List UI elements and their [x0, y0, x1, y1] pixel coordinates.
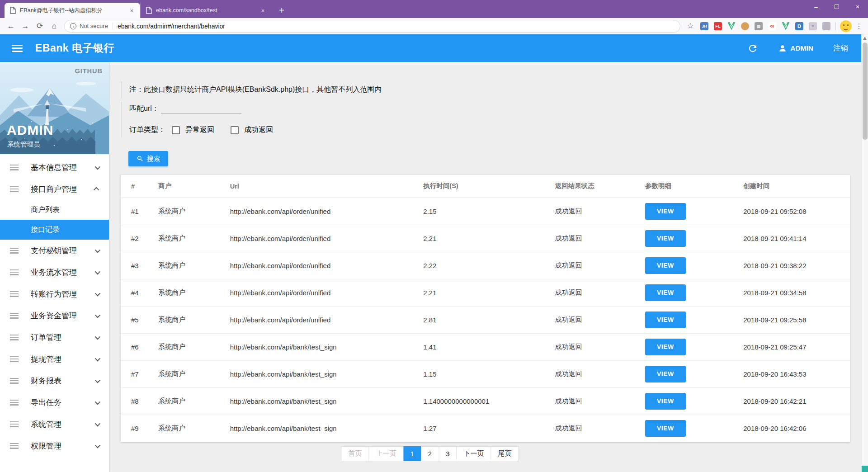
list-icon: [10, 335, 19, 340]
list-icon: [10, 421, 19, 427]
notice-text: 注：此接口数据只统计商户API模块(EBankSdk.php)接口，其他暂不列入…: [121, 81, 382, 98]
list-icon: [10, 400, 19, 406]
sidebar-subitem-merchant-list[interactable]: 商户列表: [0, 200, 109, 220]
sidebar-item-basic-info[interactable]: 基本信息管理: [0, 156, 109, 178]
pagination-last[interactable]: 尾页: [491, 446, 519, 461]
browser-tab-inactive[interactable]: ebank.com/sandbox/test ×: [140, 3, 271, 18]
chrome-menu-icon[interactable]: ⋮: [854, 22, 864, 30]
extension-gray-icon[interactable]: ▦: [753, 21, 764, 32]
extension-vue-icon[interactable]: V: [726, 21, 737, 32]
extension-cookie-icon[interactable]: [740, 21, 750, 32]
page-scrollbar[interactable]: [861, 34, 868, 472]
github-badge[interactable]: GITHUB: [75, 67, 103, 75]
current-user[interactable]: ADMIN: [778, 44, 813, 53]
view-button[interactable]: VIEW: [645, 284, 686, 301]
refresh-icon[interactable]: [747, 43, 758, 54]
profile-avatar[interactable]: [840, 20, 852, 32]
sidebar-item-order-management[interactable]: 订单管理: [0, 326, 109, 348]
person-icon: [778, 44, 787, 53]
reload-icon[interactable]: ⟳: [33, 19, 47, 33]
extension-vue-devtools-icon[interactable]: V: [780, 21, 791, 32]
scrollbar-thumb[interactable]: [863, 42, 868, 140]
logout-button[interactable]: 注销: [833, 43, 848, 53]
extension-infinity-icon[interactable]: ∞: [767, 21, 778, 32]
pagination-next[interactable]: 下一页: [457, 446, 491, 461]
pagination-page-3[interactable]: 3: [439, 446, 457, 461]
url-cell: http://ebank.com/api/order/unified: [228, 306, 422, 333]
created-cell: 2018-09-21 09:52:08: [741, 198, 850, 225]
row-id-cell: #2: [121, 225, 156, 252]
view-button[interactable]: VIEW: [645, 393, 686, 410]
view-button[interactable]: VIEW: [645, 203, 686, 220]
sidebar-item-system-management[interactable]: 系统管理: [0, 413, 109, 435]
exec-time-cell: 2.21: [421, 279, 553, 306]
exec-time-cell: 1.27: [421, 415, 553, 442]
sidebar-item-permission-management[interactable]: 权限管理: [0, 435, 109, 457]
status-cell: 成功返回: [553, 415, 643, 442]
extension-fe-icon[interactable]: FE: [712, 21, 723, 32]
view-button[interactable]: VIEW: [645, 257, 686, 274]
merchant-cell: 系统商户: [156, 198, 228, 225]
url-cell: http://ebank.com/api/order/unified: [228, 198, 422, 225]
browser-tab-active[interactable]: EBank@电子银行--站内虚拟积分 ×: [5, 3, 140, 18]
sidebar-item-withdrawal[interactable]: 提现管理: [0, 348, 109, 370]
back-icon[interactable]: ←: [4, 19, 18, 33]
browser-window: EBank@电子银行--站内虚拟积分 × ebank.com/sandbox/t…: [0, 0, 868, 472]
list-icon: [10, 443, 19, 449]
view-button[interactable]: VIEW: [645, 312, 686, 328]
view-button[interactable]: VIEW: [645, 366, 686, 382]
extension-notes-icon[interactable]: ≡: [807, 21, 818, 32]
search-button[interactable]: 搜索: [128, 151, 168, 166]
address-bar[interactable]: i Not secure ebank.com/admin#/merchant/b…: [64, 20, 680, 33]
info-icon[interactable]: i: [70, 23, 76, 29]
exec-time-cell: 1.15: [421, 360, 553, 387]
row-id-cell: #5: [121, 306, 156, 333]
url-filter-input[interactable]: [161, 104, 241, 113]
list-icon: [10, 186, 19, 192]
abnormal-return-checkbox[interactable]: [172, 126, 180, 134]
sidebar-item-payment-keys[interactable]: 支付秘钥管理: [0, 240, 109, 261]
window-minimize-button[interactable]: –: [806, 0, 826, 14]
window-close-button[interactable]: ×: [847, 0, 868, 14]
extension-jh-icon[interactable]: JH: [699, 21, 710, 32]
window-restore-button[interactable]: [826, 0, 847, 14]
bookmark-star-icon[interactable]: ☆: [683, 19, 698, 33]
pagination-prev[interactable]: 上一页: [369, 446, 403, 461]
forward-icon[interactable]: →: [18, 19, 33, 33]
merchant-cell: 系统商户: [156, 279, 228, 306]
pagination-first[interactable]: 首页: [341, 446, 369, 461]
sidebar-item-financial-reports[interactable]: 财务报表: [0, 370, 109, 392]
view-button[interactable]: VIEW: [645, 339, 686, 355]
search-icon: [137, 155, 144, 162]
address-url[interactable]: ebank.com/admin#/merchant/behavior: [118, 23, 225, 30]
tab-close-icon[interactable]: ×: [259, 7, 267, 14]
sidebar-subitem-interface-records[interactable]: 接口记录: [0, 220, 109, 240]
exec-time-cell: 2.21: [421, 225, 553, 252]
chevron-down-icon: [95, 355, 101, 361]
extension-printer-icon[interactable]: [821, 21, 832, 32]
sidebar-item-interface-merchant[interactable]: 接口商户管理: [0, 178, 109, 200]
pagination-page-2[interactable]: 2: [421, 446, 439, 461]
table-row: #2 系统商户 http://ebank.com/api/order/unifi…: [121, 225, 850, 252]
new-tab-button[interactable]: +: [275, 4, 288, 17]
scroll-up-arrow-icon[interactable]: [863, 37, 867, 40]
browser-tab-bar: EBank@电子银行--站内虚拟积分 × ebank.com/sandbox/t…: [0, 0, 868, 18]
tab-close-icon[interactable]: ×: [128, 7, 136, 14]
home-icon[interactable]: ⌂: [47, 19, 61, 33]
status-cell: 成功返回: [553, 225, 643, 252]
url-cell: http://ebank.com/api/bank/test_sign: [228, 415, 422, 442]
pagination-page-1[interactable]: 1: [403, 446, 421, 461]
extension-d-icon[interactable]: D: [794, 21, 805, 32]
status-cell: 成功返回: [553, 252, 643, 279]
sidebar-item-business-funds[interactable]: 业务资金管理: [0, 305, 109, 326]
chevron-down-icon: [95, 442, 101, 448]
sidebar-item-business-flow[interactable]: 业务流水管理: [0, 261, 109, 283]
merchant-cell: 系统商户: [156, 415, 228, 442]
success-return-checkbox[interactable]: [231, 126, 239, 134]
view-button[interactable]: VIEW: [645, 420, 686, 437]
sidebar-item-export-tasks[interactable]: 导出任务: [0, 392, 109, 413]
view-button[interactable]: VIEW: [645, 230, 686, 247]
hamburger-menu-icon[interactable]: [12, 45, 23, 52]
profile-banner: GITHUB ADMIN 系统管理员: [0, 62, 109, 154]
sidebar-item-transfer-behavior[interactable]: 转账行为管理: [0, 283, 109, 305]
